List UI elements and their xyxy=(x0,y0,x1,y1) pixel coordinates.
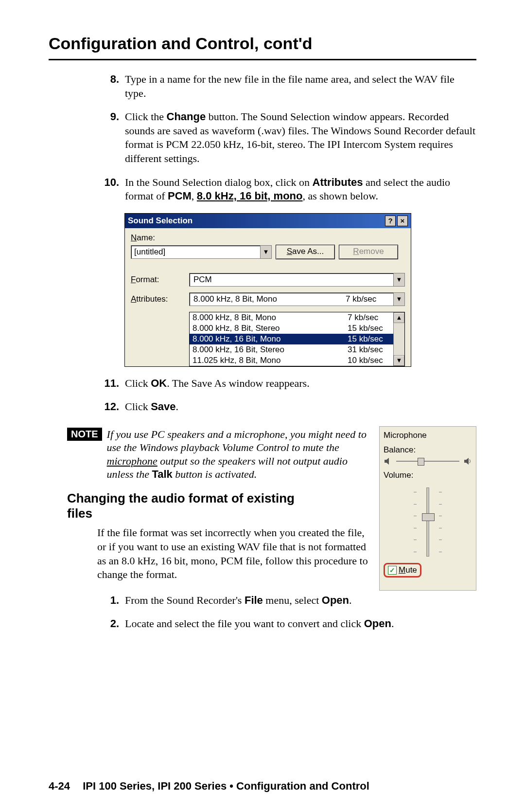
volume-label: Volume: xyxy=(384,470,472,480)
help-button[interactable]: ? xyxy=(385,216,396,226)
chevron-down-icon[interactable]: ▼ xyxy=(393,293,404,306)
step-9: 9. Click the Change button. The Sound Se… xyxy=(95,110,476,165)
step-number: 8. xyxy=(95,72,125,100)
remove-button[interactable]: Remove xyxy=(339,245,398,259)
dropdown-item[interactable]: 8.000 kHz, 8 Bit, Stereo15 kb/sec xyxy=(190,323,393,334)
step-number: 2. xyxy=(95,617,125,631)
title-rule xyxy=(49,59,476,60)
attributes-dropdown-list[interactable]: 8.000 kHz, 8 Bit, Mono7 kb/sec8.000 kHz,… xyxy=(189,312,405,366)
note-block: NOTE If you use PC speakers and a microp… xyxy=(67,428,369,481)
volume-slider[interactable] xyxy=(384,483,472,561)
attr-selected-rate: 7 kb/sec xyxy=(346,294,389,304)
speaker-left-icon xyxy=(384,457,392,466)
step-text: From the Sound Recorder's File menu, sel… xyxy=(125,594,476,608)
dropdown-item[interactable]: 8.000 kHz, 16 Bit, Mono15 kb/sec xyxy=(190,334,393,344)
step-11: 11. Click OK. The Save As window reappea… xyxy=(95,377,476,391)
svg-marker-1 xyxy=(464,458,469,465)
dropdown-item[interactable]: 8.000 kHz, 16 Bit, Stereo31 kb/sec xyxy=(190,344,393,355)
format-combo[interactable]: PCM ▼ xyxy=(189,273,405,287)
attributes-label: Attributes: xyxy=(131,294,189,304)
name-value: [untitled] xyxy=(131,246,260,258)
paragraph: If the file format was set incorrectly w… xyxy=(97,526,369,581)
save-as-button[interactable]: Save As... xyxy=(276,245,335,259)
steps-group-a: 8. Type in a name for the new file in th… xyxy=(95,72,476,203)
dialog-titlebar: Sound Selection ? × xyxy=(125,214,411,228)
step-number: 10. xyxy=(95,176,125,203)
chevron-down-icon[interactable]: ▼ xyxy=(393,273,404,286)
steps-group-b: 11. Click OK. The Save As window reappea… xyxy=(95,377,476,414)
page-title: Configuration and Control, cont'd xyxy=(49,34,476,53)
footer-text: IPI 100 Series, IPI 200 Series • Configu… xyxy=(83,780,369,792)
balance-thumb[interactable] xyxy=(418,458,424,466)
mute-checkbox[interactable]: ✓ xyxy=(388,566,397,575)
dropdown-item[interactable]: 11.025 kHz, 8 Bit, Mono10 kb/sec xyxy=(190,355,393,366)
step-12: 12. Click Save. xyxy=(95,400,476,414)
microphone-volume-panel: Microphone Balance: Volume: ✓ Mute xyxy=(379,426,476,591)
sound-selection-dialog: Sound Selection ? × Name: [untitled] ▼ S… xyxy=(124,213,411,367)
format-label: Format: xyxy=(131,275,189,285)
step-text: Click OK. The Save As window reappears. xyxy=(125,377,476,391)
step-8: 8. Type in a name for the new file in th… xyxy=(95,72,476,100)
page-footer: 4-24 IPI 100 Series, IPI 200 Series • Co… xyxy=(49,780,476,793)
balance-slider[interactable] xyxy=(395,457,460,466)
mute-checkbox-highlight: ✓ Mute xyxy=(384,563,421,577)
mute-label: Mute xyxy=(399,565,417,575)
step-number: 9. xyxy=(95,110,125,165)
step-c2: 2. Locate and select the file you want t… xyxy=(95,617,476,631)
step-number: 12. xyxy=(95,400,125,414)
step-text: Click the Change button. The Sound Selec… xyxy=(125,110,476,165)
step-text: Click Save. xyxy=(125,400,476,414)
step-c1: 1. From the Sound Recorder's File menu, … xyxy=(95,594,476,608)
step-text: Locate and select the file you want to c… xyxy=(125,617,476,631)
speaker-right-icon xyxy=(463,457,472,466)
step-text: In the Sound Selection dialog box, click… xyxy=(125,176,476,203)
step-text: Type in a name for the new file in the f… xyxy=(125,72,476,100)
attr-selected-format: 8.000 kHz, 8 Bit, Mono xyxy=(193,294,346,304)
volume-thumb[interactable] xyxy=(422,513,435,521)
balance-label: Balance: xyxy=(384,445,472,455)
note-text: If you use PC speakers and a microphone,… xyxy=(107,428,369,481)
scroll-track[interactable] xyxy=(394,323,404,355)
dropdown-scrollbar[interactable]: ▲ ▼ xyxy=(393,312,404,366)
steps-group-c: 1. From the Sound Recorder's File menu, … xyxy=(95,594,476,631)
name-label: Name: xyxy=(131,233,405,243)
step-10: 10. In the Sound Selection dialog box, c… xyxy=(95,176,476,203)
chevron-down-icon[interactable]: ▼ xyxy=(260,246,271,258)
note-badge: NOTE xyxy=(67,428,102,441)
step-number: 1. xyxy=(95,594,125,608)
format-value: PCM xyxy=(190,273,393,286)
dialog-title: Sound Selection xyxy=(128,216,384,226)
page-number: 4-24 xyxy=(49,780,70,792)
dropdown-item[interactable]: 8.000 kHz, 8 Bit, Mono7 kb/sec xyxy=(190,312,393,323)
name-combo[interactable]: [untitled] ▼ xyxy=(131,245,272,259)
close-button[interactable]: × xyxy=(397,216,408,226)
attributes-combo[interactable]: 8.000 kHz, 8 Bit, Mono 7 kb/sec ▼ xyxy=(189,292,405,306)
step-number: 11. xyxy=(95,377,125,391)
panel-title: Microphone xyxy=(384,431,472,440)
svg-marker-0 xyxy=(385,458,389,465)
subheading: Changing the audio format of existing fi… xyxy=(67,491,320,521)
scroll-up-button[interactable]: ▲ xyxy=(394,312,404,323)
scroll-down-button[interactable]: ▼ xyxy=(394,355,404,366)
